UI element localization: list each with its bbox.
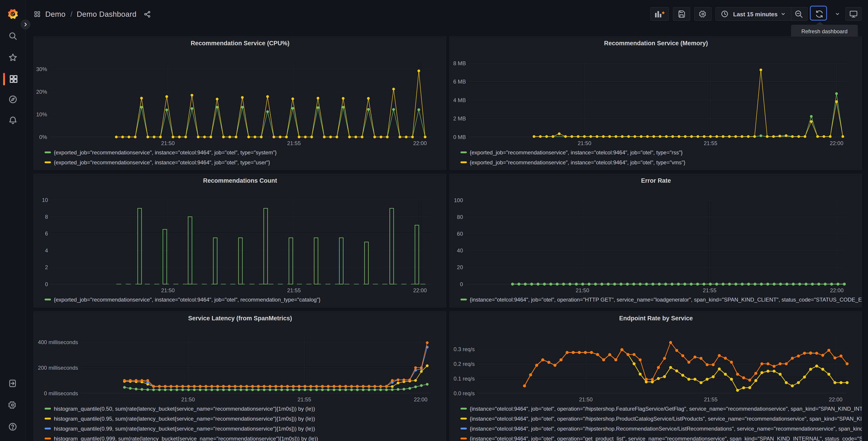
svg-text:0.1 req/s: 0.1 req/s	[454, 376, 475, 382]
svg-text:20: 20	[457, 264, 463, 270]
svg-text:6: 6	[45, 231, 48, 237]
svg-text:80: 80	[457, 214, 463, 220]
svg-text:8: 8	[45, 214, 48, 220]
svg-text:21:55: 21:55	[704, 140, 717, 146]
svg-text:{instance="otelcol:9464", job=: {instance="otelcol:9464", job="otel", op…	[470, 406, 862, 412]
svg-text:{instance="otelcol:9464", job=: {instance="otelcol:9464", job="otel", op…	[470, 425, 862, 432]
svg-text:0.0 req/s: 0.0 req/s	[454, 390, 475, 396]
svg-text:Endpoint Rate by Service: Endpoint Rate by Service	[619, 315, 693, 322]
svg-text:22:00: 22:00	[830, 287, 843, 293]
svg-text:Recommendation Service (Memory: Recommendation Service (Memory)	[604, 40, 708, 47]
svg-text:0.2 req/s: 0.2 req/s	[454, 361, 475, 367]
svg-text:22:00: 22:00	[414, 396, 428, 403]
svg-text:{exported_job="recommendations: {exported_job="recommendationservice", i…	[470, 159, 685, 166]
svg-text:21:50: 21:50	[181, 396, 195, 403]
svg-text:21:50: 21:50	[161, 287, 175, 293]
svg-text:{exported_job="recommendations: {exported_job="recommendationservice", i…	[54, 159, 270, 166]
svg-text:{instance="otelcol:9464", job=: {instance="otelcol:9464", job="otel", op…	[470, 436, 862, 441]
svg-text:histogram_quantile(0.95, sum(r: histogram_quantile(0.95, sum(rate(latenc…	[54, 416, 315, 422]
svg-text:Service Latency (from SpanMetr: Service Latency (from SpanMetrics)	[188, 315, 292, 322]
svg-text:21:55: 21:55	[298, 396, 311, 403]
svg-text:histogram_quantile(0.99, sum(r: histogram_quantile(0.99, sum(rate(latenc…	[54, 425, 315, 432]
svg-text:10: 10	[42, 197, 48, 203]
svg-text:4 MB: 4 MB	[453, 97, 466, 103]
svg-text:21:55: 21:55	[287, 287, 301, 293]
svg-text:10%: 10%	[36, 111, 47, 117]
svg-text:2 MB: 2 MB	[453, 115, 466, 122]
svg-text:0: 0	[45, 281, 48, 287]
svg-text:{exported_job="recommendations: {exported_job="recommendationservice", i…	[54, 149, 277, 155]
svg-text:60: 60	[457, 231, 463, 237]
svg-text:{instance="otelcol:9464", job=: {instance="otelcol:9464", job="otel", op…	[470, 297, 862, 303]
svg-text:21:50: 21:50	[576, 287, 589, 293]
svg-text:{exported_job="recommendations: {exported_job="recommendationservice", i…	[54, 297, 320, 303]
svg-text:{exported_job="recommendations: {exported_job="recommendationservice", i…	[470, 149, 683, 155]
svg-text:22:00: 22:00	[829, 396, 842, 403]
svg-text:400 milliseconds: 400 milliseconds	[38, 339, 78, 345]
svg-text:0: 0	[460, 281, 463, 287]
svg-text:{instance="otelcol:9464", job=: {instance="otelcol:9464", job="otel", op…	[470, 416, 862, 422]
svg-text:6 MB: 6 MB	[453, 79, 466, 85]
svg-text:21:50: 21:50	[578, 140, 591, 146]
svg-text:21:55: 21:55	[287, 140, 301, 146]
svg-text:30%: 30%	[36, 66, 47, 72]
svg-text:22:00: 22:00	[413, 287, 427, 293]
svg-text:100: 100	[454, 197, 463, 203]
svg-text:8 MB: 8 MB	[453, 60, 466, 66]
svg-text:Recommendation Service (CPU%): Recommendation Service (CPU%)	[191, 40, 290, 47]
svg-text:21:50: 21:50	[161, 140, 175, 146]
svg-text:0 MB: 0 MB	[453, 134, 466, 140]
svg-text:21:55: 21:55	[704, 396, 717, 403]
svg-text:200 milliseconds: 200 milliseconds	[38, 365, 78, 371]
svg-text:22:00: 22:00	[413, 140, 427, 146]
svg-text:40: 40	[457, 247, 463, 254]
svg-text:2: 2	[45, 264, 48, 270]
svg-text:0 milliseconds: 0 milliseconds	[44, 390, 78, 396]
svg-text:20%: 20%	[36, 89, 47, 95]
svg-text:22:00: 22:00	[830, 140, 843, 146]
svg-text:Error Rate: Error Rate	[641, 177, 671, 184]
svg-text:0.3 req/s: 0.3 req/s	[454, 346, 475, 352]
svg-text:21:50: 21:50	[579, 396, 593, 403]
svg-text:Recommendations Count: Recommendations Count	[203, 177, 277, 184]
svg-text:histogram_quantile(0.50, sum(r: histogram_quantile(0.50, sum(rate(latenc…	[54, 406, 315, 412]
svg-text:histogram_quantile(0.999, sum(: histogram_quantile(0.999, sum(rate(laten…	[54, 436, 318, 441]
svg-text:21:55: 21:55	[703, 287, 716, 293]
svg-text:4: 4	[45, 247, 48, 254]
svg-text:0%: 0%	[39, 134, 47, 140]
